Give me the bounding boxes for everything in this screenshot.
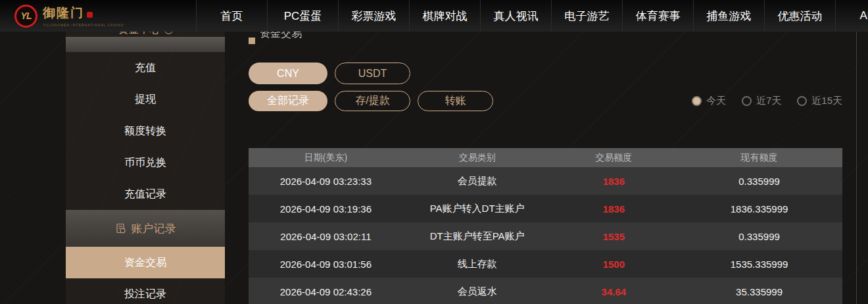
filter-tab-all-records[interactable]: 全部记录 <box>249 91 327 111</box>
sidebar-item-withdraw[interactable]: 提现 <box>66 84 225 115</box>
filter-tab-transfer[interactable]: 转账 <box>418 91 493 111</box>
cell-type: 线上存款 <box>403 258 552 270</box>
cell-date: 2026-04-09 02:43:26 <box>249 286 403 297</box>
top-navigation: YL 御隆门 YULONGMEN INTERNATIONAL CASINO 首页… <box>0 0 868 32</box>
date-range-filters: 今天 近7天 近15天 <box>692 95 842 107</box>
cell-amount: 1535 <box>552 231 677 242</box>
title-marker-icon <box>249 38 255 44</box>
cell-amount: 1500 <box>552 259 677 270</box>
currency-tab-cny[interactable]: CNY <box>249 63 327 84</box>
brand-monogram: YL <box>21 11 32 21</box>
table-row: 2026-04-09 02:43:26 会员返水 34.64 35.335999 <box>249 278 842 304</box>
cell-amount: 34.64 <box>552 286 677 297</box>
brand-text: 御隆门 YULONGMEN INTERNATIONAL CASINO <box>43 5 124 27</box>
radio-last-7-days[interactable]: 近7天 <box>742 95 781 107</box>
radio-today-circle-icon <box>692 96 702 106</box>
currency-tabs: CNY USDT <box>249 63 868 84</box>
sidebar-item-quota-transfer[interactable]: 额度转换 <box>66 115 225 147</box>
table-header-date: 日期(美东) <box>249 152 403 164</box>
radio-today[interactable]: 今天 <box>692 95 726 107</box>
cell-type: PA账户转入DT主账户 <box>403 203 552 215</box>
table-header-balance: 现有额度 <box>676 152 842 164</box>
right-edge-divider <box>856 32 857 304</box>
help-circle-icon <box>164 32 173 34</box>
cell-balance: 1836.335999 <box>676 203 842 215</box>
page-title-label: 资金交易 <box>260 32 302 41</box>
transactions-table: 日期(美东) 交易类别 交易额度 现有额度 2026-04-09 03:23:3… <box>249 148 842 304</box>
radio-7d-circle-icon <box>742 96 752 106</box>
cell-type: 会员返水 <box>403 286 552 298</box>
page-title: 资金交易 <box>249 32 868 45</box>
cell-amount: 1836 <box>552 203 677 215</box>
sidebar-section-account-label: 账户记录 <box>132 221 176 236</box>
nav-item-pc-egg[interactable]: PC蛋蛋 <box>267 0 338 32</box>
filter-tab-deposit-withdraw[interactable]: 存/提款 <box>335 91 410 111</box>
brand-seal-icon <box>87 12 93 18</box>
brand-name: 御隆门 <box>43 5 84 22</box>
nav-item-home[interactable]: 首页 <box>196 0 267 32</box>
brand-logo[interactable]: YL 御隆门 YULONGMEN INTERNATIONAL CASINO <box>0 0 196 32</box>
nav-item-app[interactable]: APP <box>835 0 868 32</box>
nav-item-promotions[interactable]: 优惠活动 <box>764 0 835 32</box>
nav-item-lottery[interactable]: 彩票游戏 <box>338 0 409 32</box>
table-header-type: 交易类别 <box>403 152 552 164</box>
table-row: 2026-04-09 03:19:36 PA账户转入DT主账户 1836 183… <box>249 195 842 222</box>
table-row: 2026-04-09 03:23:33 会员提款 1836 0.335999 <box>249 167 842 195</box>
radio-15d-label: 近15天 <box>811 95 842 107</box>
main-content: 资金交易 CNY USDT 全部记录 存/提款 转账 今天 近7天 近15天 日… <box>249 32 868 304</box>
nav-item-board-games[interactable]: 棋牌对战 <box>409 0 480 32</box>
nav-item-sports[interactable]: 体育赛事 <box>622 0 693 32</box>
brand-logo-icon: YL <box>14 5 37 28</box>
ledger-icon <box>115 223 126 234</box>
cell-balance: 35.335999 <box>676 286 842 297</box>
radio-15d-circle-icon <box>797 96 807 106</box>
cell-date: 2026-04-09 03:02:11 <box>249 231 403 242</box>
cell-amount: 1836 <box>552 176 677 187</box>
nav-item-fishing[interactable]: 捕鱼游戏 <box>693 0 764 32</box>
cell-type: DT主账户转至PA账户 <box>403 230 552 243</box>
sidebar-item-betting-records[interactable]: 投注记录 <box>66 278 225 304</box>
sidebar-item-deposit-records[interactable]: 充值记录 <box>66 178 225 210</box>
table-row: 2026-04-09 03:01:56 线上存款 1500 1535.33599… <box>249 250 842 278</box>
table-header-row: 日期(美东) 交易类别 交易额度 现有额度 <box>249 148 842 167</box>
sidebar-item-coin-exchange[interactable]: 币币兑换 <box>66 147 225 178</box>
sidebar-section-funds-label: 资金中心 <box>118 32 160 37</box>
nav-menu: 首页 PC蛋蛋 彩票游戏 棋牌对战 真人视讯 电子游艺 体育赛事 捕鱼游戏 优惠… <box>196 0 868 32</box>
cell-date: 2026-04-09 03:23:33 <box>249 176 403 187</box>
brand-tagline: YULONGMEN INTERNATIONAL CASINO <box>43 23 124 27</box>
radio-today-label: 今天 <box>706 95 726 107</box>
sidebar: 资金中心 充值 提现 额度转换 币币兑换 充值记录 账户记录 资金交易 投注记录 <box>66 32 225 304</box>
table-row: 2026-04-09 03:02:11 DT主账户转至PA账户 1535 0.3… <box>249 222 842 250</box>
sidebar-item-fund-transactions[interactable]: 资金交易 <box>66 247 225 278</box>
cell-balance: 0.335999 <box>676 231 842 242</box>
sidebar-section-account-records: 账户记录 <box>66 210 225 247</box>
currency-tab-usdt[interactable]: USDT <box>335 63 410 84</box>
nav-item-live-video[interactable]: 真人视讯 <box>480 0 551 32</box>
cell-date: 2026-04-09 03:19:36 <box>249 203 403 215</box>
sidebar-item-deposit[interactable]: 充值 <box>66 52 225 84</box>
cell-date: 2026-04-09 03:01:56 <box>249 259 403 270</box>
radio-last-15-days[interactable]: 近15天 <box>797 95 842 107</box>
cell-balance: 1535.335999 <box>676 259 842 270</box>
table-header-amount: 交易额度 <box>552 152 677 164</box>
cell-type: 会员提款 <box>403 175 552 188</box>
sidebar-section-band <box>66 37 225 52</box>
radio-7d-label: 近7天 <box>756 95 781 107</box>
sidebar-section-funds-center: 资金中心 <box>66 32 225 37</box>
nav-item-electronic-games[interactable]: 电子游艺 <box>551 0 622 32</box>
cell-balance: 0.335999 <box>676 176 842 187</box>
